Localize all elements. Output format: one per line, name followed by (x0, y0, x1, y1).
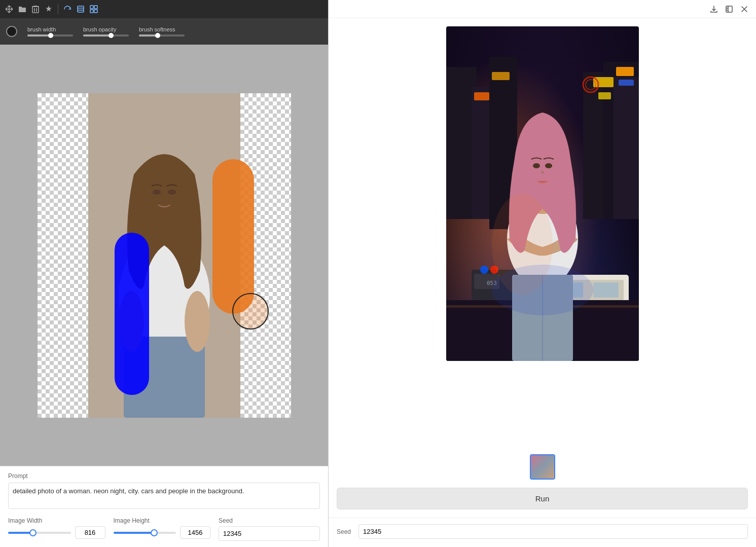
image-height-slider[interactable] (114, 532, 176, 534)
brush-opacity-group: brush opacity (83, 26, 129, 37)
svg-rect-0 (32, 7, 39, 13)
move-icon[interactable] (4, 4, 14, 14)
image-width-slider[interactable] (8, 532, 71, 534)
thumbnail-1[interactable] (530, 454, 555, 480)
svg-rect-35 (492, 72, 510, 80)
image-height-input[interactable] (180, 526, 210, 539)
brush-controls-bar: brush width brush opacity brush softness (0, 18, 328, 45)
prompt-label: Prompt (8, 472, 320, 480)
layers-icon[interactable] (76, 4, 86, 14)
svg-point-58 (492, 265, 593, 315)
right-top-bar (329, 0, 756, 18)
canvas-area[interactable] (0, 45, 328, 466)
brush-opacity-label: brush opacity (83, 26, 129, 32)
svg-point-56 (545, 163, 552, 168)
svg-point-16 (153, 190, 161, 195)
brush-opacity-slider[interactable] (83, 34, 129, 37)
svg-point-14 (185, 291, 210, 352)
image-width-input[interactable] (75, 526, 105, 539)
svg-rect-38 (619, 80, 634, 86)
svg-rect-8 (90, 10, 93, 13)
svg-rect-33 (598, 92, 611, 99)
folder-icon[interactable] (17, 4, 27, 14)
svg-point-17 (168, 190, 176, 195)
seed-label: Seed (219, 517, 320, 524)
svg-rect-47 (593, 282, 619, 298)
result-image: 053 (446, 26, 639, 361)
toolbar (0, 0, 328, 18)
download-icon[interactable] (708, 4, 719, 15)
svg-point-13 (119, 291, 144, 352)
thumbnail-row (329, 450, 756, 484)
separator (58, 4, 58, 14)
prompt-input[interactable] (8, 483, 320, 509)
svg-rect-9 (94, 10, 97, 13)
svg-rect-34 (474, 92, 489, 100)
seed-label-right: Seed (337, 528, 354, 535)
image-width-group: Image Width (8, 517, 105, 539)
prompt-section: Prompt (8, 472, 320, 511)
seed-input[interactable] (219, 526, 320, 541)
svg-rect-3 (78, 6, 84, 12)
svg-rect-21 (726, 6, 732, 12)
svg-point-41 (480, 266, 488, 274)
right-panel: 053 (329, 0, 756, 547)
bottom-controls: Prompt Image Width Image Height (0, 466, 328, 547)
left-panel: brush width brush opacity brush softness (0, 0, 329, 547)
svg-rect-6 (90, 6, 93, 9)
star-icon[interactable] (44, 4, 54, 14)
svg-rect-30 (614, 77, 639, 219)
right-bottom-params: Seed (329, 518, 756, 547)
image-height-label: Image Height (114, 517, 211, 524)
image-height-group: Image Height (114, 517, 211, 539)
refresh-icon[interactable] (62, 4, 73, 14)
seed-input-right[interactable] (358, 524, 748, 539)
canvas-container (38, 93, 291, 418)
brush-softness-label: brush softness (139, 26, 185, 32)
brush-width-slider[interactable] (27, 34, 73, 37)
grid-icon[interactable] (89, 4, 99, 14)
image-width-label: Image Width (8, 517, 105, 524)
brush-width-label: brush width (27, 26, 73, 32)
expand-icon[interactable] (724, 4, 735, 15)
brush-softness-group: brush softness (139, 26, 185, 37)
brush-width-group: brush width (27, 26, 73, 37)
result-area: 053 (329, 18, 756, 450)
run-button-container: Run (329, 484, 756, 518)
trash-icon[interactable] (30, 4, 41, 14)
seed-group: Seed (219, 517, 320, 541)
source-image (88, 93, 240, 418)
brush-preview (6, 26, 17, 37)
run-button[interactable]: Run (337, 488, 748, 509)
svg-point-55 (533, 163, 540, 168)
brush-softness-slider[interactable] (139, 34, 185, 37)
close-icon[interactable] (739, 4, 750, 15)
svg-rect-32 (616, 67, 634, 76)
svg-rect-7 (94, 6, 97, 9)
